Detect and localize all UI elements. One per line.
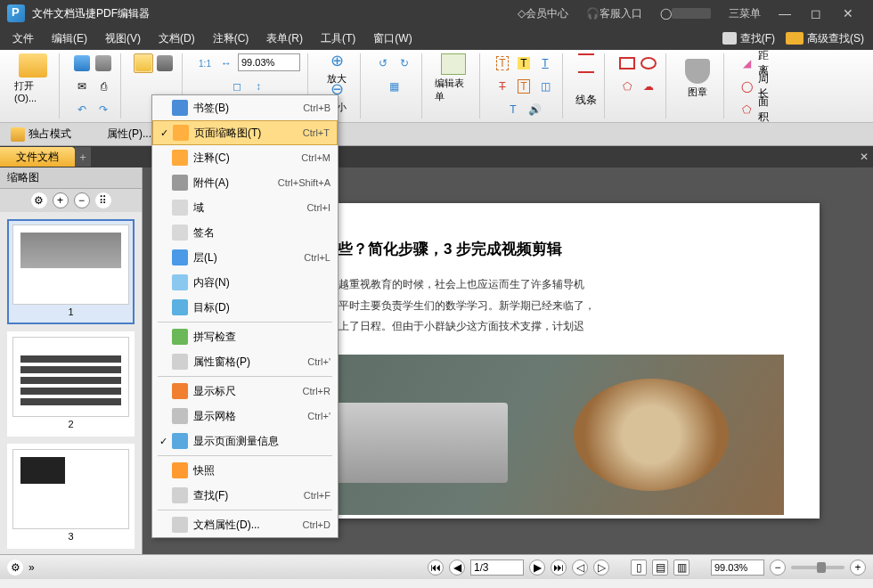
hand-tool-button[interactable] (134, 53, 153, 73)
minimize-button[interactable]: — (770, 0, 802, 27)
cloud-button[interactable]: ☁ (639, 77, 658, 96)
page-layout-button[interactable]: ▦ (384, 77, 404, 96)
user-button[interactable]: ◯ (651, 0, 720, 27)
highlight-button[interactable]: T (514, 53, 534, 73)
status-expand-button[interactable]: » (29, 561, 35, 574)
ctx-doc-properties[interactable]: 文档属性(D)...Ctrl+D (152, 512, 338, 537)
stamp-button[interactable]: 图章 (679, 53, 716, 103)
exclusive-mode-button[interactable]: 独占模式 (5, 125, 77, 143)
ctx-ruler[interactable]: 显示标尺Ctrl+R (152, 379, 338, 404)
ctx-attachments[interactable]: 附件(A)Ctrl+Shift+A (152, 170, 338, 195)
circle-button[interactable] (639, 53, 658, 73)
status-options-button[interactable]: ⚙ (7, 559, 23, 576)
menu-window[interactable]: 窗口(W) (364, 29, 420, 49)
document-tab[interactable]: 文件文档 (0, 147, 75, 167)
status-zoom-in-button[interactable]: + (850, 559, 866, 576)
continuous-button[interactable]: ▤ (652, 559, 668, 576)
ctx-search[interactable]: 查找(F)Ctrl+F (152, 483, 338, 508)
next-page-button[interactable]: ▶ (529, 559, 545, 576)
polygon-button[interactable]: ⬠ (617, 77, 637, 96)
menu-comment[interactable]: 注释(C) (204, 29, 258, 49)
undo-button[interactable]: ↶ (72, 100, 92, 119)
thumbnail-page-3[interactable]: 3 (7, 444, 135, 549)
distance-button[interactable]: 距离 (758, 53, 778, 73)
open-button[interactable]: 打开(O)... (14, 53, 52, 103)
ctx-fields[interactable]: 域Ctrl+I (152, 195, 338, 220)
sound-button[interactable]: 🔊 (525, 100, 544, 119)
find-button[interactable]: 查找(F) (717, 29, 780, 48)
fit-page-button[interactable]: ◻ (227, 77, 247, 96)
actual-size-button[interactable]: 1:1 (195, 53, 215, 73)
maximize-button[interactable]: ◻ (802, 0, 834, 27)
note-button[interactable]: T (503, 100, 523, 119)
ctx-content[interactable]: 内容(N) (152, 270, 338, 295)
thumb-options-button[interactable]: ⚙ (31, 192, 47, 208)
fit-width-button[interactable]: ↔ (216, 53, 236, 73)
scan-button[interactable]: ⎙ (94, 77, 113, 96)
page-number-input[interactable]: 1 / 3 (470, 559, 524, 576)
advanced-find-button[interactable]: 高级查找(S) (780, 29, 869, 48)
menu-edit[interactable]: 编辑(E) (43, 29, 96, 49)
back-button[interactable]: ◁ (572, 559, 588, 576)
zoom-input[interactable] (238, 53, 300, 71)
ctx-layers[interactable]: 层(L)Ctrl+L (152, 245, 338, 270)
ctx-spellcheck[interactable]: 拼写检查 (152, 324, 338, 349)
rotate-left-button[interactable]: ↺ (373, 53, 393, 73)
eraser-button[interactable]: ◢ (737, 53, 756, 73)
thumb-more-button[interactable]: ⠿ (95, 192, 111, 208)
ctx-snapshot[interactable]: 快照 (152, 458, 338, 483)
ctx-thumbnails[interactable]: ✓页面缩略图(T)Ctrl+T (152, 120, 338, 145)
zoom-slider[interactable] (791, 566, 844, 569)
menu-file[interactable]: 文件 (4, 29, 43, 49)
ctx-measure-info[interactable]: ✓显示页面测量信息 (152, 429, 338, 453)
thumbnail-page-2[interactable]: 2 (7, 331, 135, 437)
main-menu-button[interactable]: 三 菜单 (720, 0, 770, 27)
thumb-zoom-out-button[interactable]: − (74, 192, 90, 208)
ctx-signatures[interactable]: 签名 (152, 220, 338, 245)
ctx-comments[interactable]: 注释(C)Ctrl+M (152, 145, 338, 170)
save-button[interactable] (72, 53, 92, 73)
menu-document[interactable]: 文档(D) (150, 29, 204, 49)
first-page-button[interactable]: ⏮ (428, 559, 444, 576)
menu-view[interactable]: 视图(V) (96, 29, 150, 49)
text-select-button[interactable]: T (493, 53, 512, 73)
single-page-button[interactable]: ▯ (631, 559, 647, 576)
text-box-button[interactable]: T (514, 77, 534, 96)
print-button[interactable] (94, 53, 113, 73)
menu-form[interactable]: 表单(R) (257, 29, 312, 49)
ctx-grid[interactable]: 显示网格Ctrl+' (152, 404, 338, 429)
zoom-in-button[interactable]: ⊕ 放大 (321, 53, 353, 82)
rect-button[interactable] (617, 53, 637, 73)
menu-tool[interactable]: 工具(T) (312, 29, 364, 49)
facing-button[interactable]: ▥ (673, 559, 689, 576)
redo-button[interactable]: ↷ (94, 100, 113, 119)
last-page-button[interactable]: ⏭ (551, 559, 567, 576)
mail-button[interactable]: ✉ (72, 77, 92, 96)
new-tab-button[interactable]: ＋ (75, 147, 91, 167)
status-zoom-out-button[interactable]: − (770, 559, 786, 576)
poly-button[interactable]: ⬠ (737, 100, 756, 119)
edit-form-button[interactable]: 编辑表单 (435, 53, 472, 103)
link-button[interactable]: ◫ (535, 77, 555, 96)
support-button[interactable]: 🎧 客服入口 (577, 0, 651, 27)
properties-button[interactable]: 属性(P)... (84, 125, 157, 143)
forward-button[interactable]: ▷ (593, 559, 609, 576)
underline-button[interactable]: T (535, 53, 555, 73)
thumbnail-page-1[interactable]: 1 (7, 219, 135, 324)
area-button[interactable]: 面积 (758, 100, 778, 119)
ctx-bookmark[interactable]: 书签(B)Ctrl+B (152, 95, 338, 120)
strikeout-button[interactable]: T (493, 77, 512, 96)
thumb-zoom-in-button[interactable]: + (53, 192, 69, 208)
perimeter-button[interactable]: 周长 (758, 77, 778, 96)
ctx-property-pane[interactable]: 属性窗格(P)Ctrl+' (152, 349, 338, 374)
close-button[interactable]: ✕ (834, 0, 866, 27)
rotate-right-button[interactable]: ↻ (395, 53, 414, 73)
prev-page-button[interactable]: ◀ (449, 559, 465, 576)
snapshot-button[interactable] (155, 53, 175, 73)
ctx-destinations[interactable]: 目标(D) (152, 295, 338, 320)
close-tab-button[interactable]: ✕ (855, 151, 873, 163)
status-zoom-input[interactable]: 99.03% (711, 559, 764, 576)
member-center-button[interactable]: ◇ 会员中心 (509, 0, 577, 27)
lasso-button[interactable]: ◯ (737, 77, 756, 96)
fit-height-button[interactable]: ↕ (249, 77, 268, 96)
